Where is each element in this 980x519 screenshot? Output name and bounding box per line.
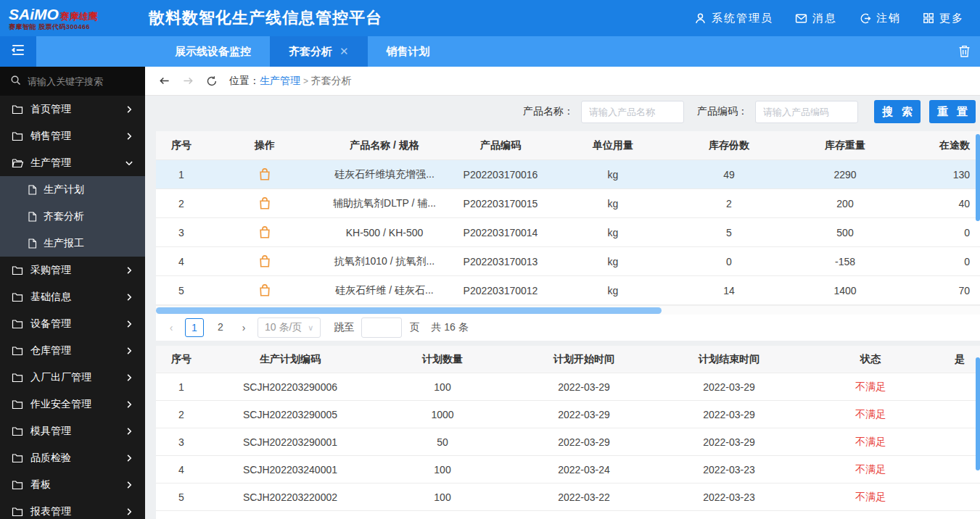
close-icon[interactable]: ✕: [339, 36, 349, 67]
tab-label: 展示线设备监控: [175, 36, 251, 67]
sidebar-item-品质检验[interactable]: 品质检验: [0, 444, 145, 471]
table-cell: 2022-03-23: [656, 464, 802, 476]
table-cell: 0: [671, 256, 787, 267]
main-content: 位置：生产管理 > 齐套分析 产品名称： 产品编码： 搜 索 重 置 序号操作产…: [145, 67, 980, 519]
table-row[interactable]: 4SCJH2022032400011002022-03-242022-03-23…: [156, 456, 980, 483]
user-menu[interactable]: 系统管理员: [694, 12, 773, 25]
table-row[interactable]: 5硅灰石纤维 / 硅灰石...P202203170012kg14140070: [156, 276, 980, 305]
sidebar-subitem-生产计划[interactable]: 生产计划: [0, 176, 145, 203]
table-cell: P202203170012: [446, 285, 555, 296]
column-header: 产品名称 / 规格: [323, 139, 446, 152]
bag-action-icon[interactable]: [258, 196, 271, 210]
refresh-icon[interactable]: [206, 75, 218, 87]
table-row[interactable]: 5SCJH2022032200021002022-03-222022-03-23…: [156, 483, 980, 511]
sidebar-item-销售管理[interactable]: 销售管理: [0, 123, 145, 149]
sidebar-item-label: 首页管理: [30, 103, 71, 116]
table-row[interactable]: 3SCJH202203290001502022-03-292022-03-29不…: [156, 428, 980, 456]
sidebar-item-作业安全管理[interactable]: 作业安全管理: [0, 391, 145, 418]
products-table-horizontal-scrollbar[interactable]: [156, 307, 662, 314]
sidebar-item-采购管理[interactable]: 采购管理: [0, 257, 145, 283]
table-row[interactable]: 3KH-500 / KH-500P202203170014kg55000: [156, 218, 980, 247]
sidebar-item-入厂出厂管理[interactable]: 入厂出厂管理: [0, 364, 145, 391]
reset-button[interactable]: 重 置: [929, 100, 976, 123]
bag-action-icon[interactable]: [258, 283, 271, 297]
page-size-select[interactable]: 10 条/页 ∨: [258, 317, 321, 338]
brand-subtitle: 赛摩智能 股票代码300466: [9, 24, 149, 30]
user-label: 系统管理员: [712, 12, 773, 25]
table-row[interactable]: 2辅助抗氧剂DLTP / 辅...P202203170015kg220040: [156, 189, 980, 218]
sidebar-item-label: 模具管理: [30, 425, 71, 438]
back-icon[interactable]: [158, 75, 170, 86]
bag-action-icon[interactable]: [258, 167, 271, 181]
sidebar-item-首页管理[interactable]: 首页管理: [0, 96, 145, 123]
sidebar-item-基础信息[interactable]: 基础信息: [0, 283, 145, 310]
sidebar-subitem-生产报工[interactable]: 生产报工: [0, 230, 145, 257]
close-all-tabs-button[interactable]: [958, 44, 971, 61]
table-cell: 1000: [374, 409, 511, 420]
sidebar-search[interactable]: [0, 67, 145, 96]
plans-table-vertical-scrollbar[interactable]: [976, 357, 980, 470]
table-cell: 50: [374, 436, 511, 448]
table-row[interactable]: 1SCJH2022032900061002022-03-292022-03-29…: [156, 373, 980, 401]
sidebar-item-生产管理[interactable]: 生产管理: [0, 149, 145, 176]
table-cell: 2022-03-29: [656, 381, 802, 393]
envelope-icon: [795, 12, 807, 25]
sidebar-item-看板[interactable]: 看板: [0, 471, 145, 498]
column-header: 库存份数: [671, 139, 787, 152]
grid-icon: [923, 12, 934, 24]
breadcrumb-parent-link[interactable]: 生产管理: [260, 75, 300, 86]
table-row[interactable]: 4抗氧剂1010 / 抗氧剂...P202203170013kg0-1580: [156, 247, 980, 276]
filter-bar: 产品名称： 产品编码： 搜 索 重 置: [145, 96, 980, 128]
column-header: 生产计划编码: [207, 353, 374, 366]
tab-label: 齐套分析: [289, 36, 332, 67]
table-cell: kg: [555, 198, 671, 209]
folder-icon: [12, 104, 23, 115]
products-table-vertical-scrollbar[interactable]: [976, 134, 980, 221]
product-name-input[interactable]: [581, 101, 684, 123]
folder-icon: [12, 265, 23, 275]
table-cell: SCJH202203290005: [207, 409, 374, 420]
sidebar-item-仓库管理[interactable]: 仓库管理: [0, 337, 145, 364]
jump-label: 跳至: [334, 321, 354, 334]
sidebar-item-模具管理[interactable]: 模具管理: [0, 418, 145, 444]
next-page-button[interactable]: ›: [237, 322, 250, 333]
sidebar-search-input[interactable]: [28, 76, 136, 87]
table-cell: kg: [555, 285, 671, 296]
chevron-right-icon: [125, 373, 133, 382]
top-header: SAiMO 赛摩雄鹰 赛摩智能 股票代码300466 散料数智化生产线信息管控平…: [0, 0, 980, 36]
product-code-input[interactable]: [755, 101, 858, 123]
sidebar-subitem-齐套分析[interactable]: 齐套分析: [0, 203, 145, 230]
menu-fold-icon: [11, 43, 25, 59]
breadcrumb-current: 齐套分析: [311, 75, 352, 86]
messages-button[interactable]: 消息: [795, 12, 837, 25]
column-header: 产品编码: [446, 139, 555, 152]
jump-page-input[interactable]: [361, 317, 402, 338]
column-header: 序号: [156, 139, 207, 152]
table-cell: 3: [156, 227, 207, 238]
tab-展示线设备监控[interactable]: 展示线设备监控: [156, 36, 270, 67]
table-row[interactable]: 2SCJH20220329000510002022-03-292022-03-2…: [156, 401, 980, 428]
bag-action-icon[interactable]: [258, 254, 271, 268]
table-cell: SCJH202203290001: [207, 436, 374, 448]
forward-icon[interactable]: [182, 75, 194, 86]
product-name-label: 产品名称：: [523, 105, 574, 118]
bag-action-icon[interactable]: [258, 225, 271, 239]
prev-page-button[interactable]: ‹: [165, 322, 178, 333]
table-row[interactable]: 1硅灰石纤维填充增强...P202203170016kg492290130: [156, 160, 980, 189]
tab-齐套分析[interactable]: 齐套分析✕: [270, 36, 368, 67]
action-cell: [207, 196, 323, 210]
sidebar-item-设备管理[interactable]: 设备管理: [0, 310, 145, 337]
sidebar-collapse-button[interactable]: [0, 36, 36, 67]
sidebar-subitem-label: 齐套分析: [44, 210, 84, 223]
page-number-1[interactable]: 1: [185, 318, 204, 337]
table-cell: P202203170015: [446, 198, 555, 209]
sidebar-item-报表管理[interactable]: 报表管理: [0, 498, 145, 519]
more-button[interactable]: 更多: [923, 12, 964, 25]
action-cell: [207, 283, 323, 297]
search-button[interactable]: 搜 索: [874, 100, 921, 123]
sidebar-submenu: 生产计划齐套分析生产报工: [0, 176, 145, 257]
tab-销售计划[interactable]: 销售计划: [368, 36, 449, 67]
folder-icon: [12, 453, 23, 463]
page-number-2[interactable]: 2: [211, 318, 230, 337]
logout-button[interactable]: 注销: [859, 12, 901, 25]
